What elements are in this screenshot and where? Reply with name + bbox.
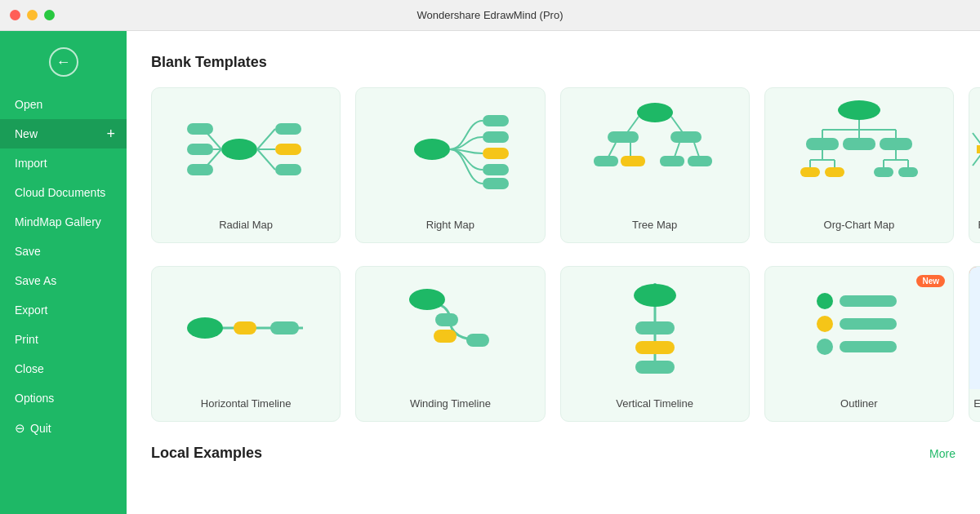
titlebar: Wondershare EdrawMind (Pro) [0, 0, 980, 31]
svg-rect-26 [594, 156, 618, 166]
svg-rect-71 [635, 361, 675, 374]
template-radial-map[interactable]: Radial Map [151, 87, 341, 243]
sidebar-item-quit[interactable]: ⊖ Quit [0, 413, 127, 444]
template-edrawmax[interactable]: Recommended EdrawMax: A... [969, 266, 980, 422]
radial-map-visual [152, 88, 340, 210]
local-examples-title: Local Examples [151, 445, 262, 462]
svg-rect-45 [800, 167, 820, 177]
template-horizontal-timeline[interactable]: Horizontal Timeline [151, 266, 341, 422]
svg-rect-30 [660, 156, 684, 166]
sidebar-item-open[interactable]: Open [0, 90, 127, 119]
sidebar-item-export[interactable]: Export [0, 295, 127, 325]
svg-rect-17 [483, 164, 509, 175]
svg-rect-73 [840, 295, 897, 307]
back-button[interactable]: ← [0, 39, 127, 90]
svg-point-32 [838, 100, 880, 120]
window-controls [10, 10, 55, 20]
content-area: Blank Templates [127, 31, 980, 514]
sidebar-item-cloud[interactable]: Cloud Documents [0, 178, 127, 207]
right-map-visual [356, 88, 544, 210]
svg-rect-6 [187, 164, 213, 175]
svg-marker-53 [977, 145, 980, 153]
svg-point-76 [817, 339, 833, 355]
right-map-label: Right Map [426, 210, 474, 242]
svg-rect-65 [435, 313, 458, 326]
sidebar-item-print[interactable]: Print [0, 325, 127, 354]
svg-rect-77 [840, 341, 897, 352]
template-fishbone-map[interactable]: Fishbon... [969, 87, 980, 243]
edrawmax-label: EdrawMax: A... [973, 389, 980, 421]
svg-point-13 [414, 139, 450, 160]
svg-rect-8 [275, 123, 301, 135]
svg-rect-40 [880, 138, 912, 150]
blank-templates-grid: Radial Map [151, 87, 956, 243]
sidebar-item-save[interactable]: Save [0, 237, 127, 266]
sidebar-item-import[interactable]: Import [0, 148, 127, 178]
svg-rect-64 [434, 330, 457, 343]
svg-rect-31 [688, 156, 712, 166]
svg-rect-22 [608, 131, 639, 143]
svg-rect-39 [843, 138, 875, 150]
svg-rect-66 [466, 334, 489, 347]
app-title: Wondershare EdrawMind (Pro) [417, 9, 564, 21]
local-examples-header: Local Examples More [151, 445, 956, 462]
close-button[interactable] [10, 10, 20, 20]
horizontal-timeline-label: Horizontal Timeline [201, 389, 292, 421]
tree-map-label: Tree Map [632, 210, 677, 242]
svg-rect-62 [270, 321, 299, 335]
minimize-button[interactable] [27, 10, 38, 20]
svg-rect-16 [483, 148, 509, 159]
svg-rect-14 [483, 115, 509, 126]
horizontal-timeline-visual [152, 267, 340, 389]
plus-icon: + [106, 126, 115, 143]
winding-timeline-label: Winding Timeline [410, 389, 491, 421]
tree-map-visual [561, 88, 749, 210]
svg-rect-23 [670, 131, 702, 143]
outliner-label: Outliner [840, 389, 878, 421]
svg-rect-15 [483, 131, 509, 143]
template-outliner[interactable]: New Outliner [764, 266, 954, 422]
sidebar: ← Open New + Import Cloud Documents Mind… [0, 31, 127, 514]
sidebar-item-options[interactable]: Options [0, 383, 127, 413]
svg-line-7 [257, 129, 275, 149]
svg-rect-69 [635, 321, 675, 335]
svg-rect-51 [874, 167, 893, 177]
vertical-timeline-label: Vertical Timeline [616, 389, 693, 421]
blank-templates-title: Blank Templates [151, 54, 267, 71]
fishbone-visual [969, 88, 980, 210]
maximize-button[interactable] [44, 10, 55, 20]
svg-rect-46 [825, 167, 844, 177]
svg-point-68 [634, 284, 676, 307]
orgchart-map-visual [765, 88, 953, 210]
svg-point-19 [637, 103, 673, 122]
blank-templates-header: Blank Templates [151, 54, 956, 71]
badge-new: New [916, 275, 945, 287]
svg-rect-18 [483, 178, 509, 189]
edrawmax-visual [969, 267, 980, 389]
svg-rect-70 [635, 341, 675, 354]
svg-rect-52 [898, 167, 918, 177]
orgchart-map-label: Org-Chart Map [824, 210, 895, 242]
template-right-map[interactable]: Right Map [355, 87, 545, 243]
sidebar-item-saveas[interactable]: Save As [0, 266, 127, 295]
template-vertical-timeline[interactable]: Vertical Timeline [560, 266, 750, 422]
template-tree-map[interactable]: Tree Map [560, 87, 750, 243]
svg-rect-4 [187, 144, 213, 155]
more-link[interactable]: More [929, 447, 956, 460]
svg-rect-27 [621, 156, 645, 166]
radial-map-label: Radial Map [219, 210, 273, 242]
quit-icon: ⊖ [15, 421, 25, 436]
svg-rect-12 [275, 164, 301, 175]
svg-point-0 [221, 139, 257, 160]
svg-point-72 [817, 293, 833, 309]
svg-rect-75 [840, 318, 897, 330]
template-orgchart-map[interactable]: Org-Chart Map [764, 87, 954, 243]
sidebar-item-new[interactable]: New + [0, 119, 127, 148]
svg-line-11 [257, 149, 275, 170]
timeline-templates-grid: Horizontal Timeline Winding Timeline [151, 266, 956, 422]
svg-point-63 [409, 289, 445, 310]
sidebar-item-gallery[interactable]: MindMap Gallery [0, 207, 127, 237]
sidebar-item-close[interactable]: Close [0, 354, 127, 383]
template-winding-timeline[interactable]: Winding Timeline [355, 266, 545, 422]
main-layout: ← Open New + Import Cloud Documents Mind… [0, 31, 980, 514]
